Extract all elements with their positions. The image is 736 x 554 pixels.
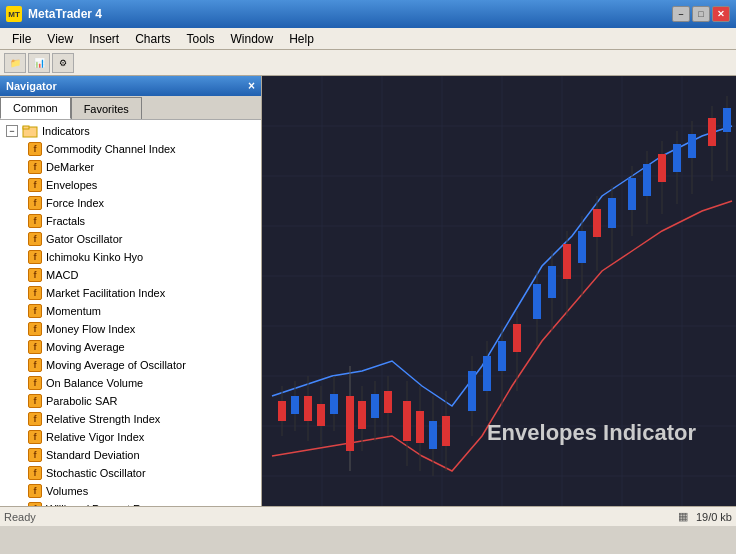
- tab-favorites[interactable]: Favorites: [71, 97, 142, 119]
- app-icon: MT: [6, 6, 22, 22]
- expand-indicators-icon: −: [6, 125, 18, 137]
- toolbar-btn-1[interactable]: 📁: [4, 53, 26, 73]
- nav-tab-bar: Common Favorites: [0, 96, 261, 120]
- indicators-folder-icon: [22, 123, 38, 139]
- tab-common[interactable]: Common: [0, 97, 71, 119]
- list-item[interactable]: f MACD: [0, 266, 261, 284]
- indicator-icon: f: [28, 340, 42, 354]
- toolbar-btn-3[interactable]: ⚙: [52, 53, 74, 73]
- list-item[interactable]: f Williams' Percent Range: [0, 500, 261, 506]
- svg-rect-57: [533, 284, 541, 319]
- menu-help[interactable]: Help: [281, 30, 322, 48]
- menu-tools[interactable]: Tools: [179, 30, 223, 48]
- indicator-icon: f: [28, 322, 42, 336]
- svg-rect-39: [384, 391, 392, 413]
- list-item[interactable]: f Stochastic Oscillator: [0, 464, 261, 482]
- list-item[interactable]: f On Balance Volume: [0, 374, 261, 392]
- indicator-icon: f: [28, 142, 42, 156]
- list-item[interactable]: f Gator Oscillator: [0, 230, 261, 248]
- svg-rect-31: [330, 394, 338, 414]
- svg-rect-29: [317, 404, 325, 426]
- list-item[interactable]: f Moving Average of Oscillator: [0, 356, 261, 374]
- list-item[interactable]: f Standard Deviation: [0, 446, 261, 464]
- svg-rect-55: [513, 324, 521, 352]
- menu-bar: File View Insert Charts Tools Window Hel…: [0, 28, 736, 50]
- svg-rect-23: [278, 401, 286, 421]
- navigator-title: Navigator: [6, 80, 57, 92]
- status-bar: Ready ▦ 19/0 kb: [0, 506, 736, 526]
- navigator-header: Navigator ×: [0, 76, 261, 96]
- menu-insert[interactable]: Insert: [81, 30, 127, 48]
- svg-rect-47: [442, 416, 450, 446]
- indicator-icon: f: [28, 502, 42, 506]
- menu-view[interactable]: View: [39, 30, 81, 48]
- indicators-label: Indicators: [42, 125, 90, 137]
- status-size: 19/0 kb: [696, 511, 732, 523]
- indicator-icon: f: [28, 250, 42, 264]
- indicator-icon: f: [28, 268, 42, 282]
- title-bar-buttons: – □ ✕: [672, 6, 730, 22]
- list-item[interactable]: f Parabolic SAR: [0, 392, 261, 410]
- svg-rect-51: [483, 356, 491, 391]
- title-bar-text: MetaTrader 4: [28, 7, 672, 21]
- main-content: Navigator × Common Favorites −: [0, 76, 736, 506]
- list-item[interactable]: f Envelopes: [0, 176, 261, 194]
- svg-rect-41: [403, 401, 411, 441]
- list-item[interactable]: f Force Index: [0, 194, 261, 212]
- menu-charts[interactable]: Charts: [127, 30, 178, 48]
- indicator-icon: f: [28, 178, 42, 192]
- list-item[interactable]: f Moving Average: [0, 338, 261, 356]
- nav-scroll-area[interactable]: − Indicators f Commodity Channel Index f…: [0, 120, 261, 506]
- indicator-icon: f: [28, 466, 42, 480]
- minimize-button[interactable]: –: [672, 6, 690, 22]
- svg-rect-25: [291, 396, 299, 414]
- list-item[interactable]: f Ichimoku Kinko Hyo: [0, 248, 261, 266]
- list-item[interactable]: f Relative Vigor Index: [0, 428, 261, 446]
- svg-rect-45: [429, 421, 437, 449]
- svg-rect-63: [578, 231, 586, 263]
- indicator-icon: f: [28, 196, 42, 210]
- title-bar: MT MetaTrader 4 – □ ✕: [0, 0, 736, 28]
- indicator-icon: f: [28, 286, 42, 300]
- list-item[interactable]: f Market Facilitation Index: [0, 284, 261, 302]
- svg-rect-43: [416, 411, 424, 443]
- indicator-icon: f: [28, 448, 42, 462]
- indicator-icon: f: [28, 160, 42, 174]
- svg-rect-77: [688, 134, 696, 158]
- menu-window[interactable]: Window: [223, 30, 282, 48]
- svg-rect-37: [371, 394, 379, 418]
- indicator-icon: f: [28, 484, 42, 498]
- svg-rect-49: [468, 371, 476, 411]
- svg-rect-75: [673, 144, 681, 172]
- list-item[interactable]: f Fractals: [0, 212, 261, 230]
- price-chart: [262, 76, 736, 506]
- toolbar-btn-2[interactable]: 📊: [28, 53, 50, 73]
- svg-rect-65: [593, 209, 601, 237]
- navigator-close[interactable]: ×: [248, 79, 255, 93]
- list-item[interactable]: f Money Flow Index: [0, 320, 261, 338]
- svg-rect-73: [658, 154, 666, 182]
- svg-rect-79: [708, 118, 716, 146]
- indicator-icon: f: [28, 232, 42, 246]
- indicator-icon: f: [28, 394, 42, 408]
- list-item[interactable]: f Momentum: [0, 302, 261, 320]
- list-item[interactable]: f Volumes: [0, 482, 261, 500]
- indicator-icon: f: [28, 376, 42, 390]
- svg-rect-1: [23, 126, 29, 129]
- status-chart-icon: ▦: [678, 510, 688, 523]
- indicator-icon: f: [28, 214, 42, 228]
- nav-tree: − Indicators f Commodity Channel Index f…: [0, 120, 261, 506]
- indicator-icon: f: [28, 358, 42, 372]
- indicator-icon: f: [28, 412, 42, 426]
- list-item[interactable]: f Relative Strength Index: [0, 410, 261, 428]
- close-button[interactable]: ✕: [712, 6, 730, 22]
- list-item[interactable]: f Commodity Channel Index: [0, 140, 261, 158]
- chart-area: Envelopes Indicator: [262, 76, 736, 506]
- svg-rect-71: [643, 164, 651, 196]
- list-item[interactable]: f DeMarker: [0, 158, 261, 176]
- navigator-panel: Navigator × Common Favorites −: [0, 76, 262, 506]
- nav-indicators-section[interactable]: − Indicators: [0, 122, 261, 140]
- indicator-icon: f: [28, 304, 42, 318]
- menu-file[interactable]: File: [4, 30, 39, 48]
- maximize-button[interactable]: □: [692, 6, 710, 22]
